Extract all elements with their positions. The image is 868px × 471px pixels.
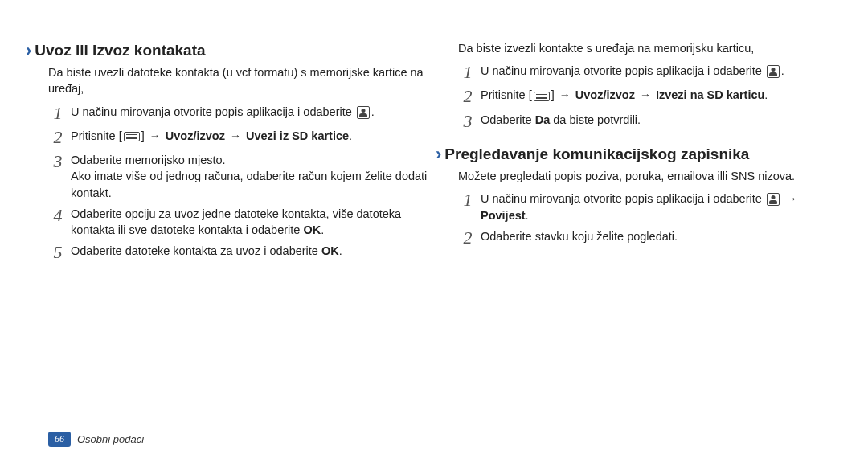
step-body: Odaberite stavku koju želite pogledati. bbox=[477, 228, 678, 244]
step-number: 2 bbox=[48, 128, 68, 147]
step-body: Odaberite Da da biste potvrdili. bbox=[477, 112, 641, 128]
step-item: 3Odaberite Da da biste potvrdili. bbox=[458, 112, 844, 131]
step-body: Pritisnite [] → Uvoz/izvoz → Uvezi iz SD… bbox=[68, 128, 352, 145]
page-content: › Uvoz ili izvoz kontakata Da biste uvez… bbox=[0, 0, 868, 386]
step-item: 2Odaberite stavku koju želite pogledati. bbox=[458, 228, 844, 248]
step-body: U načinu mirovanja otvorite popis aplika… bbox=[477, 63, 784, 79]
step-body: U načinu mirovanja otvorite popis aplika… bbox=[68, 104, 375, 120]
step-item: 1U načinu mirovanja otvorite popis aplik… bbox=[458, 63, 844, 82]
chevron-icon: › bbox=[26, 40, 31, 61]
bold-text: Uvoz/izvoz bbox=[575, 88, 635, 101]
step-body: U načinu mirovanja otvorite popis aplika… bbox=[477, 190, 844, 223]
footer-title: Osobni podaci bbox=[77, 433, 144, 445]
section-heading-log: › Pregledavanje komunikacijskog zapisnik… bbox=[436, 144, 844, 165]
arrow-icon: → bbox=[149, 129, 161, 142]
step-body: Odaberite datoteke kontakta za uvoz i od… bbox=[68, 243, 342, 259]
step-item: 2Pritisnite [] → Uvoz/izvoz → Izvezi na … bbox=[458, 87, 844, 106]
step-number: 3 bbox=[458, 112, 477, 131]
step-item: 1U načinu mirovanja otvorite popis aplik… bbox=[458, 190, 844, 223]
step-list-export: 1U načinu mirovanja otvorite popis aplik… bbox=[458, 63, 844, 131]
step-body: Pritisnite [] → Uvoz/izvoz → Izvezi na S… bbox=[477, 87, 768, 104]
bold-text: OK bbox=[303, 223, 321, 236]
step-number: 1 bbox=[458, 63, 477, 82]
step-item: 4Odaberite opciju za uvoz jedne datoteke… bbox=[48, 206, 434, 239]
left-column: › Uvoz ili izvoz kontakata Da biste uvez… bbox=[48, 40, 434, 370]
arrow-icon: → bbox=[640, 88, 651, 101]
contact-icon bbox=[767, 193, 780, 206]
step-item: 1U načinu mirovanja otvorite popis aplik… bbox=[48, 104, 434, 123]
step-number: 2 bbox=[458, 87, 477, 106]
step-subtext: Ako imate više od jednog računa, odaberi… bbox=[71, 170, 427, 199]
step-number: 3 bbox=[48, 152, 68, 171]
arrow-icon: → bbox=[559, 88, 571, 101]
right-column: Da biste izvezli kontakte s uređaja na m… bbox=[458, 40, 844, 370]
step-item: 3Odaberite memorijsko mjesto.Ako imate v… bbox=[48, 152, 434, 201]
step-number: 1 bbox=[48, 104, 68, 123]
menu-icon bbox=[124, 132, 140, 141]
bold-text: Izvezi na SD karticu bbox=[656, 88, 764, 101]
step-number: 4 bbox=[48, 206, 68, 225]
step-number: 1 bbox=[458, 190, 477, 210]
step-item: 2Pritisnite [] → Uvoz/izvoz → Uvezi iz S… bbox=[48, 128, 434, 147]
step-body: Odaberite memorijsko mjesto.Ako imate vi… bbox=[68, 152, 434, 201]
menu-icon bbox=[534, 92, 550, 101]
chevron-icon: › bbox=[436, 144, 441, 165]
bold-text: Povijest bbox=[481, 209, 526, 222]
step-number: 2 bbox=[458, 228, 477, 248]
page-number: 66 bbox=[48, 432, 71, 447]
step-number: 5 bbox=[48, 243, 68, 262]
contact-icon bbox=[767, 65, 780, 78]
bold-text: OK bbox=[321, 244, 339, 257]
step-list-log: 1U načinu mirovanja otvorite popis aplik… bbox=[458, 190, 844, 248]
contact-icon bbox=[357, 106, 370, 119]
heading-text: Uvoz ili izvoz kontakata bbox=[35, 42, 205, 59]
intro-text-log: Možete pregledati popis poziva, poruka, … bbox=[458, 168, 844, 184]
intro-text: Da biste uvezli datoteke kontakta (u vcf… bbox=[48, 64, 434, 97]
bold-text: Uvezi iz SD kartice bbox=[246, 129, 349, 142]
arrow-icon: → bbox=[230, 129, 241, 142]
intro-text-export: Da biste izvezli kontakte s uređaja na m… bbox=[458, 40, 844, 56]
heading-text: Pregledavanje komunikacijskog zapisnika bbox=[444, 145, 749, 163]
bold-text: Uvoz/izvoz bbox=[166, 129, 225, 142]
step-list-left: 1U načinu mirovanja otvorite popis aplik… bbox=[48, 104, 434, 263]
step-body: Odaberite opciju za uvoz jedne datoteke … bbox=[68, 206, 434, 239]
section-heading-import-export: › Uvoz ili izvoz kontakata bbox=[26, 40, 434, 61]
step-item: 5Odaberite datoteke kontakta za uvoz i o… bbox=[48, 243, 434, 262]
page-footer: 66 Osobni podaci bbox=[48, 432, 144, 447]
bold-text: Da bbox=[535, 113, 551, 126]
arrow-icon: → bbox=[786, 192, 797, 205]
